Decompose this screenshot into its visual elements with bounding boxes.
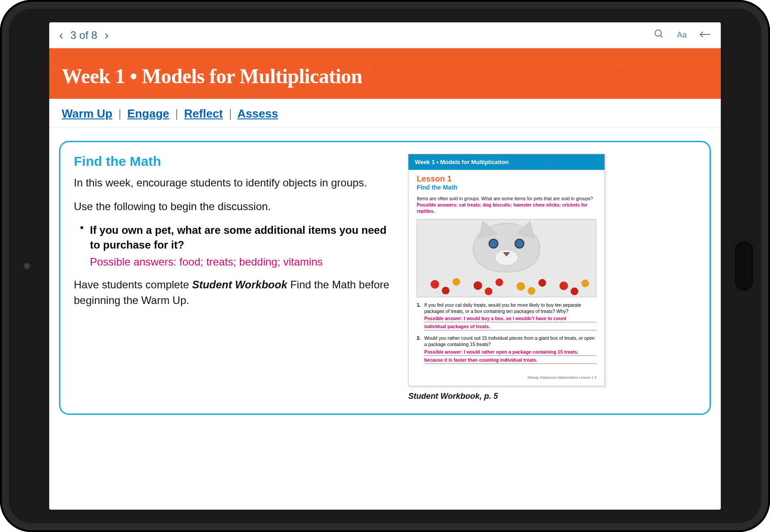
paragraph: In this week, encourage students to iden… xyxy=(74,175,392,191)
discussion-question: If you own a pet, what are some addition… xyxy=(90,223,392,253)
page-indicator: 3 of 8 xyxy=(70,29,97,42)
back-arrow-icon[interactable] xyxy=(699,29,711,42)
screen: ‹ 3 of 8 › Aa Week 1 • Models for Multip… xyxy=(49,22,721,510)
nav-engage[interactable]: Engage xyxy=(127,107,169,120)
workbook-page-preview[interactable]: Week 1 • Models for Multiplication Lesso… xyxy=(408,154,605,386)
workbook-lesson-number: Lesson 1 xyxy=(417,174,596,184)
workbook-ref: Student Workbook xyxy=(192,279,287,291)
font-size-button[interactable]: Aa xyxy=(677,30,687,40)
workbook-lesson-title: Find the Math xyxy=(417,184,596,191)
nav-warm-up[interactable]: Warm Up xyxy=(62,107,112,120)
topbar: ‹ 3 of 8 › Aa xyxy=(49,22,721,48)
nav-reflect[interactable]: Reflect xyxy=(184,107,223,120)
camera-icon xyxy=(23,262,30,270)
workbook-image xyxy=(417,219,596,297)
workbook-intro: Items are often sold in groups. What are… xyxy=(417,195,596,215)
cat-icon xyxy=(466,223,547,277)
tablet-frame: ‹ 3 of 8 › Aa Week 1 • Models for Multip… xyxy=(0,0,770,532)
workbook-question: 1. If you fed your cat daily treats, wou… xyxy=(417,302,596,331)
home-button[interactable] xyxy=(735,241,753,291)
workbook-question: 2. Would you rather count out 15 individ… xyxy=(417,335,596,364)
discussion-bullet: If you own a pet, what are some addition… xyxy=(80,223,392,270)
kibble-icon xyxy=(417,272,596,297)
page-title: Week 1 • Models for Multiplication xyxy=(62,64,708,88)
content-area: Find the Math In this week, encourage st… xyxy=(49,127,721,428)
nav-separator: | xyxy=(118,107,121,120)
lesson-card: Find the Math In this week, encourage st… xyxy=(59,141,711,415)
workbook-banner: Week 1 • Models for Multiplication xyxy=(408,154,604,170)
paragraph: Use the following to begin the discussio… xyxy=(74,199,392,215)
nav-separator: | xyxy=(175,107,179,120)
next-page-button[interactable]: › xyxy=(104,28,108,42)
paragraph: Have students complete Student Workbook … xyxy=(74,277,392,308)
svg-point-0 xyxy=(655,30,661,36)
discussion-answer: Possible answers: food; treats; bedding;… xyxy=(90,254,392,270)
page-banner: Week 1 • Models for Multiplication xyxy=(49,48,721,99)
svg-line-1 xyxy=(660,35,663,38)
nav-separator: | xyxy=(229,107,232,120)
nav-assess[interactable]: Assess xyxy=(238,107,278,120)
search-icon[interactable] xyxy=(654,29,664,42)
section-heading: Find the Math xyxy=(74,154,392,169)
lesson-text-column: Find the Math In this week, encourage st… xyxy=(74,154,392,317)
workbook-footer: iReady Classroom Mathematics Lesson 1 5 xyxy=(408,373,604,380)
section-nav: Warm Up | Engage | Reflect | Assess xyxy=(49,99,721,127)
workbook-preview-column: Week 1 • Models for Multiplication Lesso… xyxy=(408,154,696,401)
workbook-caption: Student Workbook, p. 5 xyxy=(408,392,605,401)
prev-page-button[interactable]: ‹ xyxy=(59,28,63,42)
